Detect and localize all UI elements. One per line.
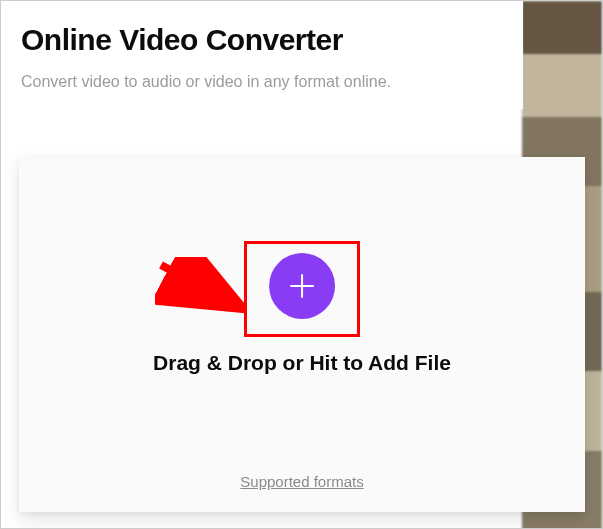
file-drop-card[interactable]: Drag & Drop or Hit to Add File Supported… [19, 157, 585, 512]
page-subtitle: Convert video to audio or video in any f… [21, 73, 503, 91]
header: Online Video Converter Convert video to … [1, 1, 523, 109]
plus-icon [287, 271, 317, 301]
add-file-button[interactable] [269, 253, 335, 319]
page-title: Online Video Converter [21, 23, 503, 57]
drop-cta-text: Drag & Drop or Hit to Add File [153, 351, 451, 375]
add-file-area: Drag & Drop or Hit to Add File [153, 253, 451, 375]
supported-formats-link[interactable]: Supported formats [240, 473, 363, 490]
